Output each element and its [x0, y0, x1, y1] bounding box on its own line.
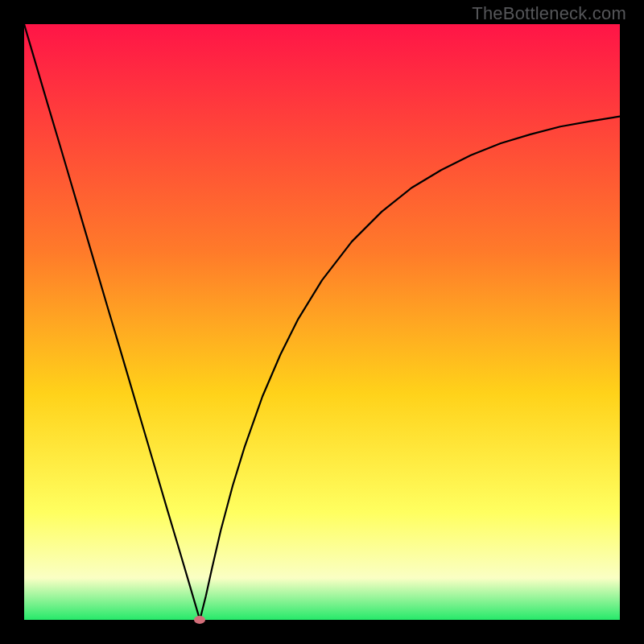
- watermark-text: TheBottleneck.com: [472, 3, 626, 24]
- minimum-marker: [194, 616, 205, 624]
- gradient-background: [24, 24, 620, 620]
- chart-frame: TheBottleneck.com: [0, 0, 644, 644]
- plot-area: [24, 24, 620, 620]
- plot-svg: [24, 24, 620, 620]
